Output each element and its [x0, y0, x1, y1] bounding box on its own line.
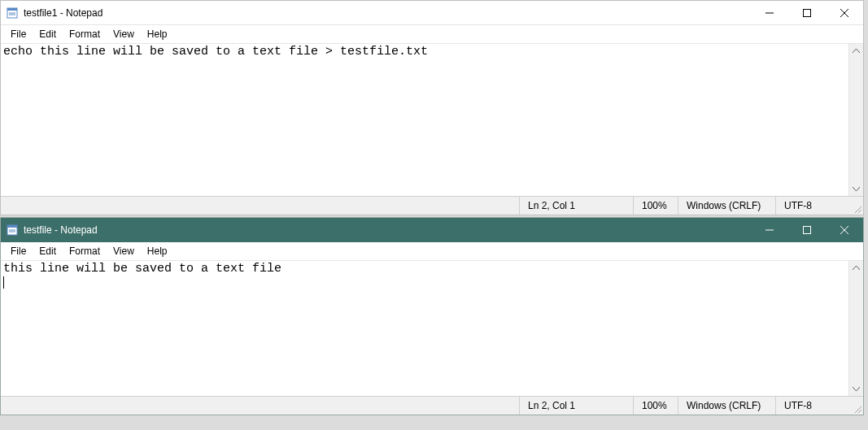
text-content: echo this line will be saved to a text f… — [3, 45, 428, 59]
status-zoom: 100% — [634, 197, 678, 215]
vertical-scrollbar[interactable] — [848, 261, 863, 396]
status-encoding: UTF-8 — [776, 197, 849, 215]
scroll-down-icon[interactable] — [849, 382, 863, 396]
maximize-button[interactable] — [788, 1, 826, 25]
menu-file[interactable]: File — [4, 27, 33, 41]
notepad-window-1: testfile1 - Notepad File Edit Format Vie… — [0, 0, 864, 215]
svg-line-8 — [855, 206, 861, 213]
editor-area: echo this line will be saved to a text f… — [1, 44, 863, 196]
svg-rect-5 — [804, 9, 811, 16]
menu-bar: File Edit Format View Help — [1, 242, 863, 261]
menu-format[interactable]: Format — [63, 244, 107, 258]
menu-file[interactable]: File — [4, 244, 33, 258]
text-editor[interactable]: this line will be saved to a text file — [1, 261, 848, 396]
minimize-button[interactable] — [751, 1, 788, 25]
menu-edit[interactable]: Edit — [33, 244, 63, 258]
svg-rect-12 — [7, 225, 17, 228]
title-bar[interactable]: testfile1 - Notepad — [1, 1, 863, 25]
menu-help[interactable]: Help — [141, 244, 174, 258]
text-cursor — [3, 276, 4, 289]
resize-grip[interactable] — [849, 197, 863, 215]
status-lncol: Ln 2, Col 1 — [520, 197, 634, 215]
menu-view[interactable]: View — [107, 244, 141, 258]
text-content: this line will be saved to a text file — [3, 262, 281, 276]
svg-rect-16 — [804, 226, 811, 233]
status-eol: Windows (CRLF) — [678, 197, 776, 215]
svg-rect-1 — [7, 8, 17, 11]
window-title: testfile1 - Notepad — [24, 7, 103, 19]
status-eol: Windows (CRLF) — [678, 397, 776, 415]
menu-help[interactable]: Help — [141, 27, 174, 41]
svg-line-20 — [858, 410, 861, 413]
status-zoom: 100% — [634, 397, 678, 415]
status-bar: Ln 2, Col 1 100% Windows (CRLF) UTF-8 — [1, 196, 863, 215]
editor-area: this line will be saved to a text file — [1, 261, 863, 396]
resize-grip[interactable] — [849, 397, 863, 415]
scroll-up-icon[interactable] — [849, 44, 863, 58]
svg-line-19 — [855, 406, 861, 413]
vertical-scrollbar[interactable] — [848, 44, 863, 196]
close-button[interactable] — [826, 218, 863, 242]
close-button[interactable] — [826, 1, 863, 25]
svg-line-9 — [858, 210, 861, 213]
notepad-window-2: testfile - Notepad File Edit Format View… — [0, 217, 864, 415]
menu-format[interactable]: Format — [63, 27, 107, 41]
status-encoding: UTF-8 — [776, 397, 849, 415]
scroll-down-icon[interactable] — [849, 182, 863, 196]
menu-bar: File Edit Format View Help — [1, 25, 863, 44]
status-bar: Ln 2, Col 1 100% Windows (CRLF) UTF-8 — [1, 396, 863, 415]
maximize-button[interactable] — [788, 218, 826, 242]
menu-view[interactable]: View — [107, 27, 141, 41]
menu-edit[interactable]: Edit — [33, 27, 63, 41]
title-bar[interactable]: testfile - Notepad — [1, 218, 863, 242]
notepad-icon — [6, 7, 19, 20]
status-lncol: Ln 2, Col 1 — [520, 397, 634, 415]
scroll-up-icon[interactable] — [849, 261, 863, 275]
window-title: testfile - Notepad — [24, 224, 98, 236]
text-editor[interactable]: echo this line will be saved to a text f… — [1, 44, 848, 196]
notepad-icon — [6, 224, 19, 237]
minimize-button[interactable] — [751, 218, 788, 242]
